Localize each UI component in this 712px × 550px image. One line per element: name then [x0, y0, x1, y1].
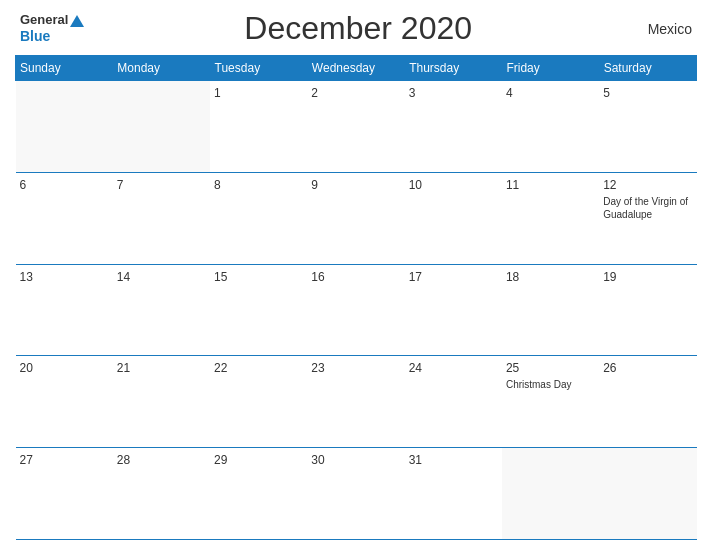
calendar-cell: 20	[16, 356, 113, 448]
calendar-cell: 13	[16, 264, 113, 356]
day-number: 31	[409, 453, 498, 467]
day-number: 7	[117, 178, 206, 192]
weekday-header-row: Sunday Monday Tuesday Wednesday Thursday…	[16, 56, 697, 81]
day-number: 23	[311, 361, 400, 375]
day-number: 5	[603, 86, 692, 100]
calendar-week-row: 2728293031	[16, 448, 697, 540]
country-label: Mexico	[632, 21, 692, 37]
day-number: 8	[214, 178, 303, 192]
calendar-table: Sunday Monday Tuesday Wednesday Thursday…	[15, 55, 697, 540]
day-number: 12	[603, 178, 692, 192]
calendar-cell: 23	[307, 356, 404, 448]
day-number: 22	[214, 361, 303, 375]
logo-triangle-icon	[70, 15, 84, 27]
calendar-cell: 16	[307, 264, 404, 356]
header-tuesday: Tuesday	[210, 56, 307, 81]
day-number: 1	[214, 86, 303, 100]
header-monday: Monday	[113, 56, 210, 81]
calendar-cell: 21	[113, 356, 210, 448]
calendar-cell: 14	[113, 264, 210, 356]
calendar-cell: 24	[405, 356, 502, 448]
day-number: 24	[409, 361, 498, 375]
calendar-cell: 8	[210, 172, 307, 264]
calendar-cell: 30	[307, 448, 404, 540]
day-number: 26	[603, 361, 692, 375]
header-friday: Friday	[502, 56, 599, 81]
day-number: 13	[20, 270, 109, 284]
calendar-container: General Blue December 2020 Mexico Sunday…	[0, 0, 712, 550]
day-number: 6	[20, 178, 109, 192]
calendar-cell: 22	[210, 356, 307, 448]
calendar-cell: 1	[210, 81, 307, 173]
calendar-week-row: 13141516171819	[16, 264, 697, 356]
day-number: 20	[20, 361, 109, 375]
logo: General Blue	[20, 12, 84, 44]
day-number: 11	[506, 178, 595, 192]
day-number: 15	[214, 270, 303, 284]
day-number: 17	[409, 270, 498, 284]
calendar-cell: 9	[307, 172, 404, 264]
header-thursday: Thursday	[405, 56, 502, 81]
day-number: 10	[409, 178, 498, 192]
calendar-cell	[599, 448, 696, 540]
day-number: 21	[117, 361, 206, 375]
calendar-cell: 27	[16, 448, 113, 540]
day-number: 18	[506, 270, 595, 284]
day-number: 29	[214, 453, 303, 467]
calendar-cell: 18	[502, 264, 599, 356]
day-number: 3	[409, 86, 498, 100]
header-wednesday: Wednesday	[307, 56, 404, 81]
day-number: 25	[506, 361, 595, 375]
calendar-cell: 6	[16, 172, 113, 264]
header-saturday: Saturday	[599, 56, 696, 81]
day-number: 30	[311, 453, 400, 467]
calendar-cell	[113, 81, 210, 173]
calendar-cell: 29	[210, 448, 307, 540]
day-number: 9	[311, 178, 400, 192]
calendar-cell	[16, 81, 113, 173]
calendar-cell: 5	[599, 81, 696, 173]
holiday-text: Christmas Day	[506, 378, 595, 391]
calendar-cell	[502, 448, 599, 540]
calendar-cell: 12Day of the Virgin of Guadalupe	[599, 172, 696, 264]
calendar-cell: 10	[405, 172, 502, 264]
calendar-cell: 19	[599, 264, 696, 356]
calendar-cell: 7	[113, 172, 210, 264]
day-number: 28	[117, 453, 206, 467]
holiday-text: Day of the Virgin of Guadalupe	[603, 195, 692, 221]
calendar-cell: 2	[307, 81, 404, 173]
day-number: 19	[603, 270, 692, 284]
logo-general-text: General	[20, 12, 84, 28]
calendar-week-row: 6789101112Day of the Virgin of Guadalupe	[16, 172, 697, 264]
calendar-cell: 11	[502, 172, 599, 264]
calendar-header: General Blue December 2020 Mexico	[15, 10, 697, 47]
calendar-cell: 17	[405, 264, 502, 356]
day-number: 2	[311, 86, 400, 100]
day-number: 27	[20, 453, 109, 467]
calendar-week-row: 12345	[16, 81, 697, 173]
calendar-cell: 15	[210, 264, 307, 356]
calendar-week-row: 202122232425Christmas Day26	[16, 356, 697, 448]
calendar-cell: 3	[405, 81, 502, 173]
header-sunday: Sunday	[16, 56, 113, 81]
calendar-cell: 31	[405, 448, 502, 540]
calendar-cell: 28	[113, 448, 210, 540]
logo-blue-text: Blue	[20, 28, 84, 45]
day-number: 16	[311, 270, 400, 284]
calendar-cell: 4	[502, 81, 599, 173]
day-number: 4	[506, 86, 595, 100]
calendar-title: December 2020	[84, 10, 632, 47]
day-number: 14	[117, 270, 206, 284]
calendar-cell: 25Christmas Day	[502, 356, 599, 448]
calendar-cell: 26	[599, 356, 696, 448]
